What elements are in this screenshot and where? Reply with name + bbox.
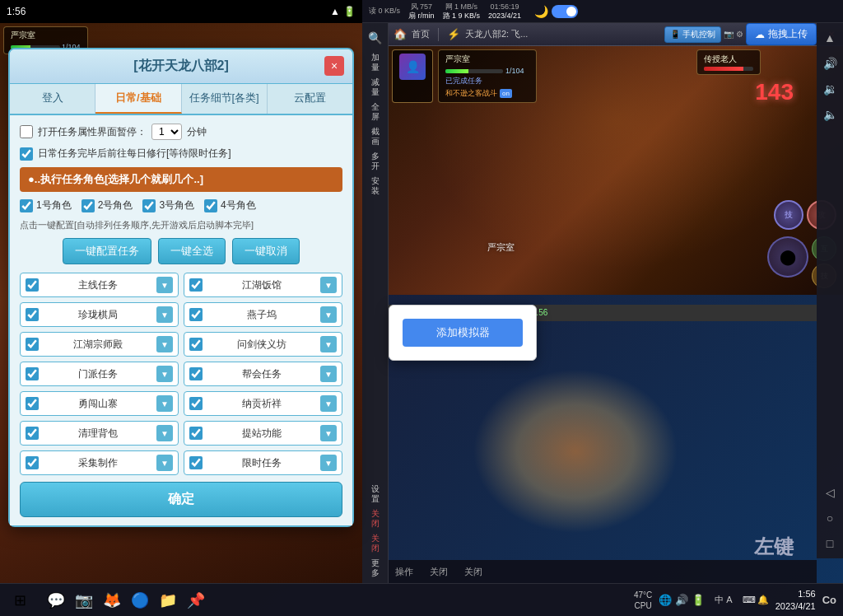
task-13-checkbox[interactable] [189, 456, 203, 469]
char4-item[interactable]: 4号角色 [204, 198, 256, 212]
daily-task-checkbox[interactable] [20, 147, 33, 161]
rp-square[interactable]: □ [818, 532, 841, 555]
mobile-control-btn[interactable]: 📱 手机控制 [664, 26, 721, 43]
task-4-dropdown[interactable]: ▼ [156, 336, 173, 352]
taskbar-firefox[interactable]: 🦊 [99, 587, 125, 614]
char2-checkbox[interactable] [82, 199, 95, 212]
rp-vol-down[interactable]: 🔉 [818, 77, 841, 100]
toolbar-vol-up[interactable]: 加量 [364, 51, 387, 74]
one-click-config-button[interactable]: 一键配置任务 [63, 238, 151, 264]
toolbar-multi[interactable]: 多开 [364, 150, 387, 173]
rp-arrow-up[interactable]: ▲ [818, 26, 841, 49]
task-5-dropdown[interactable]: ▼ [320, 336, 337, 352]
dialog-body: 打开任务属性界面暂停： 1 2 3 5 分钟 日常任务完毕后前往每日修行[等待限… [10, 115, 352, 525]
taskbar-camera[interactable]: 📷 [71, 587, 97, 614]
task-12-label: 采集制作 [42, 456, 153, 470]
task-3-dropdown[interactable]: ▼ [320, 306, 337, 323]
task-11-dropdown[interactable]: ▼ [320, 425, 337, 441]
task-2-dropdown[interactable]: ▼ [156, 306, 173, 323]
task-11-checkbox[interactable] [189, 427, 203, 440]
task-item-1: 江湖饭馆 ▼ [184, 273, 342, 297]
tab-tasks[interactable]: 任务细节[各类] [182, 84, 268, 114]
char1-item[interactable]: 1号角色 [20, 198, 72, 212]
rp-vol-mute[interactable]: 🔈 [818, 103, 841, 126]
game-home-label: 首页 [412, 28, 430, 40]
toolbar-fullscreen[interactable]: 全屏 [364, 100, 387, 124]
task-5-checkbox[interactable] [189, 338, 203, 351]
char3-checkbox[interactable] [142, 199, 156, 212]
network-icon[interactable]: 🌐 [659, 594, 672, 606]
task-4-checkbox[interactable] [26, 338, 39, 351]
task-item-8: 勇闯山寨 ▼ [20, 391, 179, 416]
cancel-all-button[interactable]: 一键取消 [232, 238, 300, 264]
battery-icon-taskbar[interactable]: 🔋 [692, 594, 705, 606]
char1-checkbox[interactable] [20, 199, 33, 212]
task-7-dropdown[interactable]: ▼ [320, 366, 337, 382]
rp-back[interactable]: ◁ [818, 481, 841, 504]
gamewin-icon2[interactable]: ⚙ [736, 30, 743, 39]
task-10-checkbox[interactable] [26, 427, 39, 440]
task-0-checkbox[interactable] [26, 278, 39, 292]
toolbar-close2[interactable]: 关闭 [364, 532, 387, 555]
task-6-checkbox[interactable] [26, 367, 39, 380]
toolbar-more[interactable]: 更多 [364, 557, 387, 580]
cpu-temp: 47°C CPU [634, 590, 652, 611]
taskbar-wechat[interactable]: 💬 [43, 587, 69, 614]
add-emulator-button[interactable]: 添加模拟器 [403, 319, 523, 347]
taskbar-chrome[interactable]: 🔵 [127, 587, 153, 614]
dialog-close-button[interactable]: × [324, 56, 344, 76]
start-button[interactable]: ⊞ [7, 587, 33, 614]
toolbar-close1[interactable]: 关闭 [364, 507, 387, 530]
cloud-save-button[interactable]: ☁ 拖拽上传 [746, 23, 817, 45]
taskbar-pin[interactable]: 📌 [183, 587, 209, 614]
task-2-checkbox[interactable] [26, 308, 39, 321]
task-13-dropdown[interactable]: ▼ [320, 455, 337, 471]
task-item-3: 燕子坞 ▼ [184, 302, 342, 327]
task-3-checkbox[interactable] [189, 308, 203, 321]
ime-icon1[interactable]: ⌨ [743, 595, 756, 605]
char3-item[interactable]: 3号角色 [142, 198, 194, 212]
task-8-checkbox[interactable] [26, 397, 39, 410]
task-8-dropdown[interactable]: ▼ [156, 395, 173, 412]
task-12-dropdown[interactable]: ▼ [156, 455, 173, 471]
tab-daily[interactable]: 日常/基础 [95, 84, 181, 114]
joystick[interactable]: ⬤ [767, 236, 808, 278]
task-10-dropdown[interactable]: ▼ [156, 425, 173, 441]
rp-home[interactable]: ○ [818, 506, 841, 530]
task-1-dropdown[interactable]: ▼ [320, 277, 337, 293]
task-5-label: 问剑侠义坊 [206, 338, 317, 352]
side-toolbar: 🔍 加量 减量 全屏 截画 多开 安装 设置 关闭 关闭 更多 [362, 23, 389, 583]
confirm-button[interactable]: 确定 [20, 482, 342, 517]
task-7-checkbox[interactable] [189, 367, 203, 380]
toolbar-install[interactable]: 安装 [364, 175, 387, 198]
toolbar-search[interactable]: 🔍 [364, 26, 387, 49]
toolbar-vol-down[interactable]: 减量 [364, 76, 387, 99]
android-status-bar: 1:56 ▲ 🔋 [0, 0, 362, 23]
task-0-dropdown[interactable]: ▼ [156, 277, 173, 293]
task-12-checkbox[interactable] [26, 456, 39, 469]
task-item-2: 珍珑棋局 ▼ [20, 302, 179, 327]
taskbar-files[interactable]: 📁 [155, 587, 181, 614]
task-6-dropdown[interactable]: ▼ [156, 366, 173, 382]
char4-checkbox[interactable] [204, 199, 217, 212]
task-9-dropdown[interactable]: ▼ [320, 395, 337, 412]
rp-vol-up[interactable]: 🔊 [818, 52, 841, 75]
toolbar-screenshot[interactable]: 截画 [364, 125, 387, 148]
gamewin-icon1[interactable]: 📷 [724, 30, 734, 39]
game-favicon: ⚡ [447, 28, 460, 40]
notification-icon[interactable]: 🔔 [757, 595, 769, 605]
player-name-display: 严宗室 [445, 54, 529, 65]
select-all-button[interactable]: 一键全选 [158, 238, 226, 264]
tab-login[interactable]: 登入 [10, 84, 95, 114]
task-9-checkbox[interactable] [189, 397, 203, 410]
pause-checkbox[interactable] [20, 125, 33, 138]
task-1-checkbox[interactable] [189, 278, 203, 292]
toggle-switch[interactable] [552, 5, 578, 18]
pause-minutes-select[interactable]: 1 2 3 5 [151, 124, 182, 140]
signal-icon: ▲ [330, 6, 340, 17]
toolbar-settings[interactable]: 设置 [364, 483, 387, 506]
sound-icon[interactable]: 🔊 [675, 594, 688, 606]
tab-cloud[interactable]: 云配置 [268, 84, 352, 114]
char2-item[interactable]: 2号角色 [82, 198, 133, 212]
skill-btn-1[interactable]: 技 [774, 200, 803, 230]
